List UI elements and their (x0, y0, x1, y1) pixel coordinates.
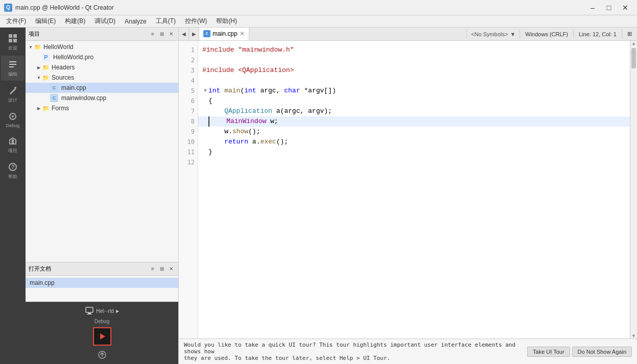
line-num-8: 8 (179, 116, 198, 127)
menu-help[interactable]: 帮助(H) (212, 16, 241, 27)
scrollbar-right[interactable]: ▲ ▼ (630, 41, 637, 338)
window-controls: – □ ✕ (585, 3, 633, 13)
svg-rect-12 (86, 307, 93, 312)
menu-build[interactable]: 构建(B) (61, 16, 89, 27)
design-label: 设计 (8, 97, 17, 104)
project-panel-title: 项目 (29, 30, 40, 38)
help-label: 帮助 (8, 174, 17, 180)
debug-bottom-sublabel: Debug (95, 319, 109, 324)
notification-text: Would you like to take a quick UI tour? … (184, 342, 522, 361)
folder-icon-sources: 📁 (42, 74, 50, 82)
tab-maincpp[interactable]: C main.cpp ✕ (199, 28, 249, 40)
open-docs-controls: ≡ ⊞ ✕ (149, 265, 175, 273)
sidebar-item-edit[interactable]: 编辑 (1, 56, 25, 81)
open-doc-maincpp[interactable]: main.cpp (26, 278, 178, 288)
code-editor[interactable]: 1 2 3 4 5 6 7 8 9 10 11 12 #include "mai… (179, 41, 637, 338)
line-num-7: 7 (179, 106, 198, 116)
do-not-show-button[interactable]: Do Not Show Again (572, 347, 632, 357)
folder-icon-helloworld: 📁 (34, 43, 42, 51)
take-tour-button[interactable]: Take UI Tour (527, 347, 570, 357)
position-info: Line: 12, Col: 1 (573, 30, 622, 38)
pro-icon: P (42, 53, 50, 61)
notification-buttons: Take UI Tour Do Not Show Again (527, 347, 632, 357)
deploy-btn[interactable] (97, 350, 107, 360)
code-line-4 (198, 76, 630, 86)
panel-header-controls: ≡ ⊞ ✕ (149, 30, 175, 38)
sidebar-item-projects[interactable]: 项目 (1, 132, 25, 157)
tree-arrow-sources: ▼ (36, 75, 42, 81)
code-content[interactable]: #include "mainwindow.h" #include <QAppli… (198, 41, 630, 338)
tree-arrow-forms: ▶ (36, 105, 42, 111)
menu-edit[interactable]: 编辑(E) (31, 16, 60, 27)
menu-tools[interactable]: 工具(T) (152, 16, 180, 27)
code-line-12 (198, 157, 630, 167)
line-num-4: 4 (179, 76, 198, 86)
tab-right-controls: <No Symbols> ▼ Windows (CRLF) Line: 12, … (466, 28, 637, 40)
fold-arrow-5[interactable]: ▼ (202, 86, 208, 96)
tree-item-forms[interactable]: ▶ 📁 Forms (26, 103, 178, 113)
line-ending-info: Windows (CRLF) (520, 30, 573, 38)
panel-filter-btn[interactable]: ≡ (149, 30, 157, 38)
projects-label: 项目 (8, 148, 17, 154)
expand-btn[interactable]: ⊞ (622, 30, 637, 38)
tree-item-helloworld[interactable]: ▼ 📁 HelloWorld (26, 42, 178, 52)
run-button[interactable] (93, 327, 111, 346)
code-line-2 (198, 55, 630, 65)
tree-item-headers[interactable]: ▶ 📁 Headers (26, 62, 178, 72)
svg-rect-5 (9, 64, 16, 65)
panel-close-btn[interactable]: ✕ (167, 30, 175, 38)
tree-item-maincpp[interactable]: ▶ C main.cpp (26, 83, 178, 93)
sidebar-item-welcome[interactable]: 欢迎 (1, 30, 25, 55)
sidebar-item-help[interactable]: ? 帮助 (1, 158, 25, 183)
svg-rect-2 (9, 39, 12, 42)
open-docs-filter-btn[interactable]: ≡ (149, 265, 157, 273)
tree-label-mainwindowcpp: mainwindow.cpp (61, 94, 106, 102)
tree-label-headers: Headers (52, 64, 75, 71)
debug-top-label: Debug (6, 123, 20, 128)
maximize-button[interactable]: □ (601, 3, 617, 13)
tab-nav-prev[interactable]: ◀ (179, 28, 189, 40)
sidebar-item-debug-top[interactable]: Debug (1, 108, 25, 131)
svg-rect-6 (9, 66, 14, 67)
folder-icon-forms: 📁 (42, 104, 50, 112)
symbols-label: <No Symbols> (471, 31, 508, 37)
symbols-dropdown[interactable]: <No Symbols> ▼ (466, 30, 520, 38)
tab-close-btn[interactable]: ✕ (240, 30, 245, 37)
sidebar-item-design[interactable]: 设计 (1, 82, 25, 107)
tab-bar: ◀ ▶ C main.cpp ✕ <No Symbols> ▼ Windows … (179, 28, 637, 41)
minimize-button[interactable]: – (585, 3, 600, 13)
code-line-5: ▼ int main(int argc, char *argv[]) (198, 86, 630, 96)
notification-line1: Would you like to take a quick UI tour? … (184, 342, 522, 355)
code-line-8: MainWindow w; (198, 116, 630, 127)
main-layout: 欢迎 编辑 设计 (0, 28, 637, 364)
open-docs-header: 打开文档 ≡ ⊞ ✕ (26, 262, 178, 276)
tree-item-hwpro[interactable]: ▶ P HelloWorld.pro (26, 52, 178, 62)
panel-split-btn[interactable]: ⊞ (158, 30, 166, 38)
open-docs-close-btn[interactable]: ✕ (167, 265, 175, 273)
scroll-up-btn[interactable]: ▲ (630, 41, 637, 46)
scroll-thumb[interactable] (631, 48, 636, 68)
open-docs-split-btn[interactable]: ⊞ (158, 265, 166, 273)
bottom-left-panel: 打开文档 ≡ ⊞ ✕ main.cpp Hel···rl (26, 262, 178, 364)
open-docs-title: 打开文档 (29, 265, 51, 273)
tree-label-helloworld: HelloWorld (43, 43, 73, 51)
welcome-label: 欢迎 (8, 45, 17, 52)
scroll-down-btn[interactable]: ▼ (630, 333, 637, 338)
open-docs-list: main.cpp (26, 276, 178, 290)
menu-controls[interactable]: 控件(W) (181, 16, 211, 27)
menu-analyze[interactable]: Analyze (121, 17, 151, 26)
line-num-10: 10 (179, 137, 198, 147)
tree-item-mainwindowcpp[interactable]: ▶ C mainwindow.cpp (26, 93, 178, 103)
tab-nav-next[interactable]: ▶ (189, 28, 199, 40)
tree-item-sources[interactable]: ▼ 📁 Sources (26, 72, 178, 83)
debug-icon (7, 111, 18, 122)
menu-debug[interactable]: 调试(D) (90, 16, 120, 27)
menu-file[interactable]: 文件(F) (2, 16, 30, 27)
cpp-icon-main: C (50, 84, 58, 92)
tree-label-sources: Sources (52, 74, 74, 81)
svg-point-7 (14, 87, 16, 89)
design-icon (7, 85, 18, 96)
tree-label-maincpp: main.cpp (61, 84, 86, 91)
svg-rect-3 (13, 39, 17, 42)
close-button[interactable]: ✕ (618, 3, 633, 13)
